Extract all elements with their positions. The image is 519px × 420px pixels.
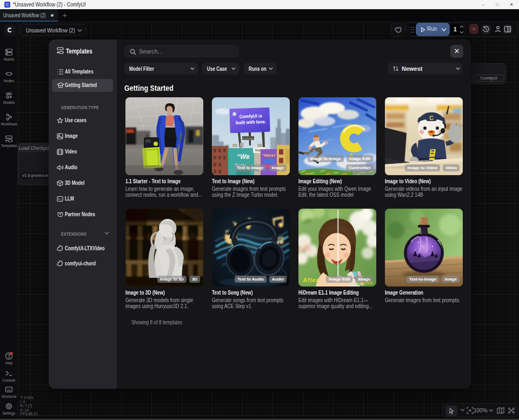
svg-text:After: After xyxy=(302,277,319,283)
svg-text:built with love.: built with love. xyxy=(236,119,266,125)
svg-text:“Here!: “Here! xyxy=(262,153,276,158)
svg-text:C: C xyxy=(429,115,434,121)
svg-text:ComfyUI is: ComfyUI is xyxy=(239,113,263,119)
svg-text:“We: “We xyxy=(237,153,250,161)
svg-text:Sun Smokers: Sun Smokers xyxy=(242,138,254,140)
